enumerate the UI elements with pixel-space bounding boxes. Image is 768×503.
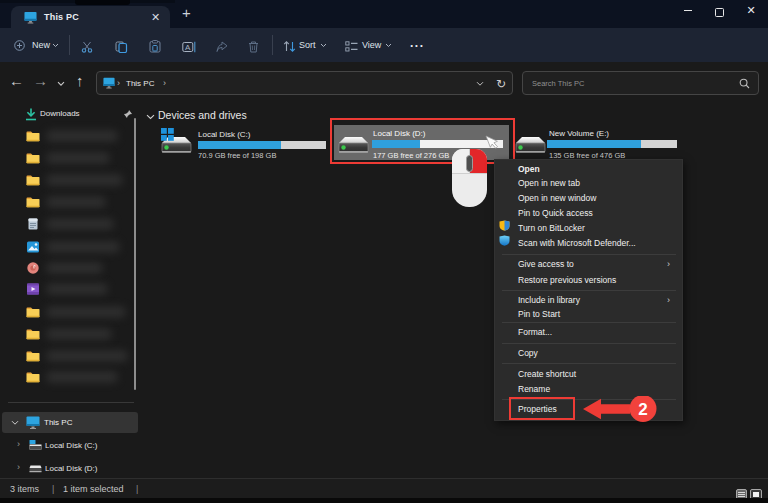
svg-text:2: 2 bbox=[638, 400, 647, 419]
svg-text:A: A bbox=[185, 43, 191, 52]
